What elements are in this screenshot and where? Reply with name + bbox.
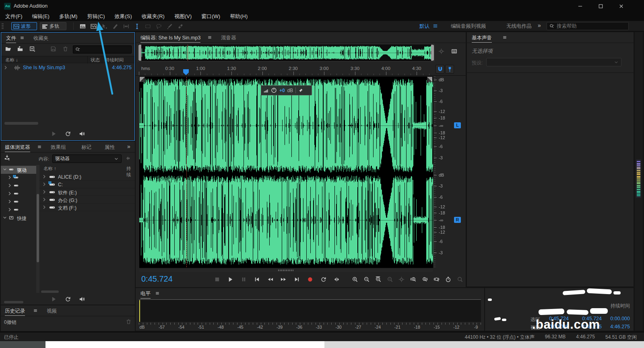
chevron-right-icon[interactable]	[3, 65, 8, 70]
tree-item[interactable]: 快捷	[1, 214, 36, 222]
panel-list-icon[interactable]	[451, 48, 457, 54]
zoom-out-button[interactable]	[362, 275, 370, 283]
zoom-in-left-button[interactable]	[409, 275, 417, 283]
overview-waveform[interactable]	[141, 45, 431, 61]
col-name[interactable]: 名称 ↑	[43, 166, 56, 172]
tree-item[interactable]	[1, 182, 36, 190]
channel-badge-left[interactable]: L	[454, 122, 461, 128]
panel-menu-icon[interactable]	[37, 144, 42, 149]
close-button[interactable]	[612, 0, 630, 12]
marquee-selection-tool[interactable]	[145, 23, 151, 29]
maximize-button[interactable]	[591, 0, 610, 12]
zoom-to-selection-button[interactable]	[374, 275, 382, 283]
skip-to-start-button[interactable]	[253, 275, 261, 283]
skip-to-end-button[interactable]	[293, 275, 301, 283]
workspace-overflow[interactable]: »	[538, 22, 541, 29]
current-time-display[interactable]: 0:45.724	[141, 274, 173, 284]
menubar-item[interactable]: 编辑(E)	[32, 13, 50, 20]
menubar-item[interactable]: 多轨(M)	[59, 13, 78, 20]
menubar-item[interactable]: 帮助(H)	[230, 13, 248, 20]
preview-speaker-icon[interactable]	[79, 296, 85, 302]
zoom-navigate-icon[interactable]	[438, 48, 444, 54]
zoom-navigate-button[interactable]	[397, 275, 405, 283]
channel-badge-right[interactable]: R	[454, 217, 461, 223]
panel-menu-icon[interactable]	[20, 35, 25, 40]
tree-item[interactable]	[1, 206, 36, 214]
lasso-selection-tool[interactable]	[156, 23, 162, 29]
tab-files[interactable]: 文件	[6, 35, 16, 43]
fade-in-handle[interactable]	[140, 77, 145, 82]
loop-playback-button[interactable]	[319, 275, 327, 283]
menubar-item[interactable]: 视图(V)	[174, 13, 192, 20]
drive-row[interactable]: 文档 (F:)	[39, 204, 135, 211]
undo-count[interactable]: 0撤销	[4, 319, 17, 326]
workspace-menu-icon[interactable]	[432, 23, 438, 29]
chevron-right-icon[interactable]	[7, 191, 12, 196]
chevron-right-icon[interactable]	[7, 199, 12, 204]
preview-speaker-icon[interactable]	[79, 131, 85, 137]
tab-essential-sound[interactable]: 基本声音	[472, 35, 492, 43]
hud-gain-value[interactable]: +0	[279, 88, 285, 93]
menubar-item[interactable]: 窗口(W)	[201, 13, 220, 20]
marker-tool[interactable]	[445, 65, 454, 74]
tab-properties[interactable]: 属性	[105, 144, 115, 151]
trash-icon[interactable]	[126, 319, 132, 325]
waveform-display[interactable]	[139, 76, 433, 268]
open-file-icon[interactable]	[5, 46, 11, 52]
drive-row[interactable]: 办公 (G:)	[39, 196, 135, 204]
content-dropdown[interactable]: 驱动器	[52, 154, 122, 163]
trash-icon[interactable]	[62, 46, 68, 52]
preview-loop-icon[interactable]	[65, 131, 71, 137]
tab-media-browser[interactable]: 媒体浏览器	[5, 144, 30, 152]
zoom-in-button[interactable]	[351, 275, 359, 283]
menubar-item[interactable]: 收藏夹(R)	[142, 13, 165, 20]
tabs-overflow[interactable]: »	[127, 143, 130, 150]
skip-selection-button[interactable]	[332, 275, 341, 283]
tab-effects-rack[interactable]: 效果组	[51, 144, 66, 151]
editor-hscrollbar[interactable]	[139, 269, 433, 272]
overview-handle-left[interactable]	[138, 45, 141, 61]
tab-favorites[interactable]: 收藏夹	[33, 35, 49, 42]
chevron-right-icon[interactable]	[42, 197, 47, 202]
tree-item[interactable]	[1, 190, 36, 198]
time-selection-tool[interactable]	[134, 23, 140, 29]
help-search-box[interactable]	[547, 22, 629, 30]
drive-row[interactable]: ALICE (D:)	[39, 173, 135, 181]
tab-editor[interactable]: 编辑器: She Is My Sin.mp3	[140, 35, 200, 43]
chevron-right-icon[interactable]	[42, 205, 47, 210]
workspace-edit-audio-video[interactable]: 编辑音频到视频	[451, 23, 486, 30]
rewind-button[interactable]	[266, 275, 274, 283]
new-container-icon[interactable]	[29, 46, 35, 52]
show-spectral-frequency[interactable]	[80, 23, 86, 29]
col-name[interactable]: 名称 ↓	[5, 57, 18, 63]
drive-row[interactable]: 软件 (E:)	[39, 188, 135, 196]
tree-item[interactable]: 驱动	[1, 166, 36, 174]
chevron-down-icon[interactable]	[2, 167, 7, 172]
zoom-selection-edges-button[interactable]	[432, 275, 440, 283]
chevron-right-icon[interactable]	[7, 175, 12, 180]
zoom-in-right-button[interactable]	[421, 275, 429, 283]
fade-out-handle[interactable]	[427, 77, 432, 82]
hud-pin-icon[interactable]	[298, 88, 303, 93]
hud-volume-knob[interactable]	[271, 87, 277, 93]
import-file-icon[interactable]	[17, 46, 23, 52]
panel-menu-icon[interactable]	[502, 35, 507, 40]
preset-dropdown[interactable]	[486, 58, 621, 66]
view-duration[interactable]: 4:46.275	[601, 324, 630, 329]
spot-healing-brush-tool[interactable]	[178, 23, 184, 29]
panel-menu-icon[interactable]	[207, 35, 212, 40]
drive-row[interactable]: C:	[39, 181, 135, 188]
fast-forward-button[interactable]	[279, 275, 287, 283]
chevron-down-icon[interactable]	[2, 215, 7, 220]
panel-menu-icon[interactable]	[33, 308, 38, 313]
timed-record-button[interactable]	[444, 275, 452, 283]
scrollbar-grip[interactable]	[278, 270, 294, 271]
preview-play-icon[interactable]	[51, 131, 57, 137]
slip-tool[interactable]	[123, 23, 129, 29]
help-search-input[interactable]	[557, 23, 626, 29]
chevron-right-icon[interactable]	[42, 189, 47, 194]
selection-duration[interactable]: 0:00.000	[601, 316, 630, 321]
scrollbar-thumb[interactable]	[37, 194, 39, 262]
tab-levels[interactable]: 电平	[140, 290, 151, 299]
chevron-right-icon[interactable]	[7, 207, 12, 212]
